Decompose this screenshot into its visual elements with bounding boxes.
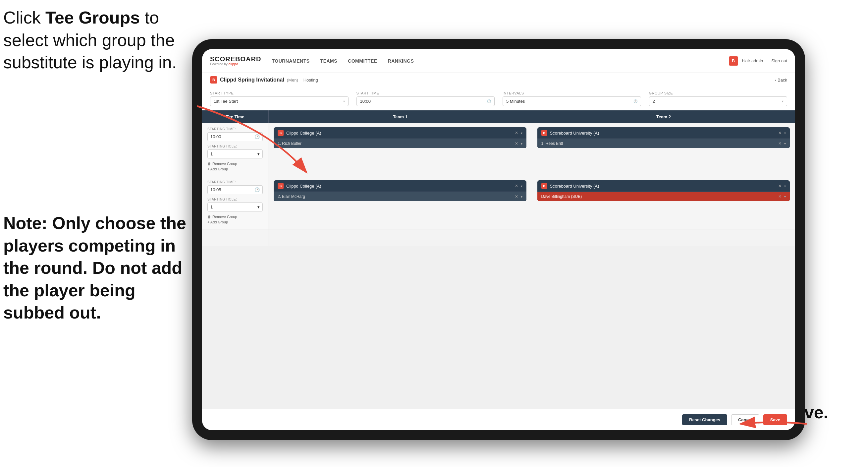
player-actions-1-2-1: ✕ ▾ — [778, 141, 786, 146]
team-card-header-1-1: B Clippd College (A) ✕ ▾ — [274, 127, 526, 139]
hole-input-2[interactable]: 1 ▾ — [207, 203, 263, 211]
player-name-2-2-1: Dave Billingham (SUB) — [541, 194, 779, 199]
team-card-1-1: B Clippd College (A) ✕ ▾ 1. Rich Butler … — [274, 127, 526, 148]
player-remove-icon-2-2-1[interactable]: ✕ — [778, 194, 781, 199]
team-badge-2-1: B — [278, 183, 284, 189]
back-link[interactable]: ‹ Back — [775, 78, 787, 83]
logo-scoreboard: SCOREBOARD — [210, 56, 261, 62]
starting-time-label-2: STARTING TIME: — [207, 180, 263, 184]
intervals-label: Intervals — [503, 91, 641, 95]
logo-area: SCOREBOARD Powered by clippd — [210, 56, 261, 66]
start-type-label: Start Type — [210, 91, 348, 95]
remove-group-link-2[interactable]: 🗑 Remove Group — [207, 215, 263, 219]
nav-avatar: B — [729, 56, 738, 66]
tablet: SCOREBOARD Powered by clippd TOURNAMENTS… — [192, 39, 805, 440]
team-name-1-1: Clippd College (A) — [286, 130, 512, 136]
nav-separator — [767, 58, 767, 64]
player-remove-icon-1-1-1[interactable]: ✕ — [515, 141, 518, 146]
th-tee-time: Tee Time — [202, 110, 268, 123]
team-name-1-2: Scoreboard University (A) — [550, 130, 776, 136]
hole-input-1[interactable]: 1 ▾ — [207, 149, 263, 158]
team-remove-icon-1-1[interactable]: ✕ — [515, 130, 518, 135]
start-type-input[interactable]: 1st Tee Start ▾ — [210, 96, 348, 106]
intervals-chevron: 🕐 — [633, 99, 638, 103]
team2-col-1: B Scoreboard University (A) ✕ ▾ 1. Rees … — [532, 123, 796, 176]
player-actions-2-1-1: ✕ ▾ — [515, 194, 523, 199]
tablet-screen: SCOREBOARD Powered by clippd TOURNAMENTS… — [202, 49, 795, 430]
group-size-group: Group Size 2 ▾ — [649, 91, 787, 106]
team-badge-1-2: B — [541, 130, 547, 136]
team-chevron-icon-1-2[interactable]: ▾ — [784, 131, 786, 135]
group-row-3 — [202, 229, 795, 246]
team-chevron-icon-2-2[interactable]: ▾ — [784, 184, 786, 188]
remove-group-link-1[interactable]: 🗑 Remove Group — [207, 162, 263, 166]
nav-rankings[interactable]: RANKINGS — [388, 58, 414, 64]
group-size-label: Group Size — [649, 91, 787, 95]
add-group-link-1[interactable]: + Add Group — [207, 167, 263, 171]
add-group-link-2[interactable]: + Add Group — [207, 220, 263, 224]
player-chevron-icon-1-2-1[interactable]: ▾ — [784, 142, 786, 146]
player-chevron-icon-1-1-1[interactable]: ▾ — [521, 142, 523, 146]
team-chevron-icon-1-1[interactable]: ▾ — [521, 131, 523, 135]
intervals-group: Intervals 5 Minutes 🕐 — [503, 91, 641, 106]
team-remove-icon-1-2[interactable]: ✕ — [778, 130, 781, 135]
save-button[interactable]: Save — [763, 414, 787, 425]
nav-username: blair admin — [742, 58, 763, 63]
nav-links: TOURNAMENTS TEAMS COMMITTEE RANKINGS — [272, 58, 728, 64]
group-size-input[interactable]: 2 ▾ — [649, 96, 787, 106]
team-remove-icon-2-1[interactable]: ✕ — [515, 184, 518, 188]
hole-chevron-1: ▾ — [257, 151, 260, 156]
team-card-1-2: B Scoreboard University (A) ✕ ▾ 1. Rees … — [537, 127, 790, 148]
footer-bar: Reset Changes Cancel Save — [202, 409, 795, 430]
hole-chevron-2: ▾ — [257, 204, 260, 209]
tee-time-col-3 — [202, 229, 268, 246]
player-row-2-1-1: 2. Blair McHarg ✕ ▾ — [274, 192, 526, 201]
team2-col-2: B Scoreboard University (A) ✕ ▾ Dave Bil… — [532, 176, 796, 229]
nav-tournaments[interactable]: TOURNAMENTS — [272, 58, 309, 64]
tee-time-input-2[interactable]: 10:05 🕐 — [207, 185, 263, 194]
group-size-chevron: ▾ — [782, 99, 783, 103]
nav-signout[interactable]: Sign out — [771, 58, 787, 63]
player-row-1-1-1: 1. Rich Butler ✕ ▾ — [274, 139, 526, 148]
starting-hole-label-1: STARTING HOLE: — [207, 145, 263, 148]
logo-powered: Powered by clippd — [210, 62, 261, 66]
player-row-2-2-1: Dave Billingham (SUB) ✕ ▾ — [537, 192, 790, 201]
cancel-button[interactable]: Cancel — [731, 414, 760, 425]
intervals-input[interactable]: 5 Minutes 🕐 — [503, 96, 641, 106]
remove-group-icon-2: 🗑 — [207, 215, 211, 219]
player-name-1-2-1: 1. Rees Britt — [541, 141, 779, 146]
team-name-2-1: Clippd College (A) — [286, 184, 512, 188]
reset-changes-button[interactable]: Reset Changes — [682, 414, 727, 425]
team-card-actions-2-1: ✕ ▾ — [515, 184, 523, 188]
sub-header: B Clippd Spring Invitational (Men) Hosti… — [202, 73, 795, 87]
nav-committee[interactable]: COMMITTEE — [348, 58, 377, 64]
instruction-note: Note: Only choose the players competing … — [3, 212, 189, 324]
team-remove-icon-2-2[interactable]: ✕ — [778, 184, 781, 188]
team-card-header-2-1: B Clippd College (A) ✕ ▾ — [274, 180, 526, 192]
group-row-2: STARTING TIME: 10:05 🕐 STARTING HOLE: 1 … — [202, 176, 795, 229]
start-time-input[interactable]: 10:00 🕐 — [356, 96, 495, 106]
event-title: Clippd Spring Invitational — [220, 77, 284, 83]
player-remove-icon-2-1-1[interactable]: ✕ — [515, 194, 518, 199]
start-type-chevron: ▾ — [343, 99, 345, 103]
th-team2: Team 2 — [532, 110, 795, 123]
instruction-note-text: Note: Only choose the players competing … — [3, 213, 186, 322]
tee-time-col-1: STARTING TIME: 10:00 🕐 STARTING HOLE: 1 … — [202, 123, 268, 176]
team-card-header-1-2: B Scoreboard University (A) ✕ ▾ — [537, 127, 790, 139]
team-card-header-2-2: B Scoreboard University (A) ✕ ▾ — [537, 180, 790, 192]
team-name-2-2: Scoreboard University (A) — [550, 184, 776, 188]
navbar: SCOREBOARD Powered by clippd TOURNAMENTS… — [202, 49, 795, 73]
player-actions-1-1-1: ✕ ▾ — [515, 141, 523, 146]
start-time-chevron: 🕐 — [487, 99, 491, 103]
sub-header-left: B Clippd Spring Invitational (Men) Hosti… — [210, 76, 775, 84]
player-chevron-icon-2-2-1[interactable]: ▾ — [784, 195, 786, 199]
player-row-1-2-1: 1. Rees Britt ✕ ▾ — [537, 139, 790, 148]
team-badge-1-1: B — [278, 130, 284, 136]
nav-teams[interactable]: TEAMS — [320, 58, 338, 64]
team-chevron-icon-2-1[interactable]: ▾ — [521, 184, 523, 188]
team1-col-1: B Clippd College (A) ✕ ▾ 1. Rich Butler … — [268, 123, 532, 176]
group-row: STARTING TIME: 10:00 🕐 STARTING HOLE: 1 … — [202, 123, 795, 176]
player-remove-icon-1-2-1[interactable]: ✕ — [778, 141, 781, 146]
tee-time-input-1[interactable]: 10:00 🕐 — [207, 132, 263, 141]
player-chevron-icon-2-1-1[interactable]: ▾ — [521, 195, 523, 199]
